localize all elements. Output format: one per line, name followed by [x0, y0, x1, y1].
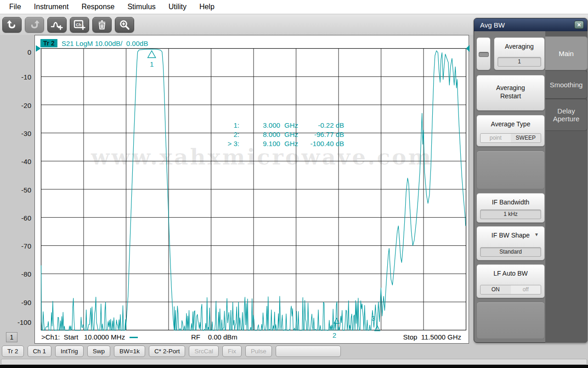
average-type-option-point[interactable]: point	[481, 134, 511, 142]
trace-header: Tr 2 S21 LogM 10.00dB/ 0.00dB	[40, 39, 148, 47]
delete-button[interactable]	[92, 17, 112, 33]
y-axis-tick-label: -80	[12, 270, 31, 278]
trash-icon	[96, 19, 107, 30]
plot-canvas: 123	[35, 35, 469, 344]
y-axis-tick-label: -40	[12, 158, 31, 165]
unused-softkey-2	[476, 302, 545, 339]
undo-button[interactable]	[2, 17, 22, 33]
dropdown-arrow-icon: ▼	[534, 232, 539, 237]
averaging-value[interactable]: 1	[498, 57, 541, 67]
status-button-empty[interactable]	[276, 345, 341, 357]
marker-1-readout: 1:3.000 GHz-0.22 dB	[212, 121, 344, 130]
panel-title: Avg BW	[480, 21, 505, 29]
marker-id: 1:	[212, 121, 239, 130]
add-channel-button[interactable]: Ch	[70, 17, 89, 33]
add-trace-button[interactable]	[47, 17, 67, 33]
avg-bw-softkey-panel: Avg BW ✕ Averaging 1 Averaging Restart A…	[474, 18, 588, 343]
lf-auto-bw-toggle[interactable]: ON off	[480, 285, 541, 294]
zoom-in-icon	[119, 19, 130, 30]
if-bandwidth-value[interactable]: 1 kHz	[480, 209, 541, 219]
menu-item-response[interactable]: Response	[75, 0, 121, 14]
menu-item-file[interactable]: File	[3, 0, 28, 14]
marker-2-readout: 2:8.000 GHz-96.77 dB	[212, 130, 344, 139]
y-axis-tick-label: -30	[12, 130, 31, 137]
averaging-button[interactable]: Averaging 1	[494, 37, 545, 70]
y-axis-tick-label: -20	[12, 102, 31, 109]
trace-color-indicator	[130, 337, 138, 338]
svg-text:Ch: Ch	[76, 22, 81, 27]
marker-id: 2:	[212, 130, 239, 139]
menu-item-help[interactable]: Help	[193, 0, 221, 14]
undo-icon	[6, 19, 18, 30]
y-axis-tick-label: -70	[12, 242, 31, 250]
marker-frequency: 8.000 GHz	[239, 130, 298, 139]
reference-level-arrow-right[interactable]	[466, 45, 470, 52]
menu-item-stimulus[interactable]: Stimulus	[121, 0, 162, 14]
if-bandwidth-button[interactable]: IF Bandwidth 1 kHz	[476, 193, 545, 223]
if-bw-shape-button[interactable]: IF BW Shape ▼ Standard	[476, 226, 545, 260]
averaging-label: Averaging	[494, 42, 544, 51]
y-axis-tick-label: -50	[12, 186, 31, 194]
marker-value: -0.22 dB	[298, 121, 344, 130]
status-button-ch-1[interactable]: Ch 1	[28, 345, 52, 357]
panel-title-bar: Avg BW	[474, 18, 587, 31]
marker-1-symbol[interactable]	[148, 51, 156, 58]
averaging-restart-button[interactable]: Averaging Restart	[476, 75, 545, 111]
marker-3-number: 3	[371, 314, 375, 322]
tab-main[interactable]: Main	[545, 36, 588, 70]
y-axis-tick-label: 0	[12, 48, 31, 56]
status-button-inttrig[interactable]: IntTrig	[55, 345, 84, 357]
y-axis-tick-label: -100	[12, 318, 31, 326]
unused-softkey-1	[476, 151, 545, 189]
lf-auto-bw-button[interactable]: LF Auto BW ON off	[476, 264, 545, 298]
menu-item-instrument[interactable]: Instrument	[28, 0, 75, 14]
tab-delay-aperture[interactable]: Delay Aperture	[545, 99, 588, 131]
lf-auto-bw-option-off[interactable]: off	[511, 285, 541, 294]
marker-frequency: 3.000 GHz	[239, 121, 298, 130]
averaging-restart-label: Averaging Restart	[477, 84, 544, 100]
rf-power-label: RF 0.00 dBm	[191, 333, 237, 341]
status-button-swp[interactable]: Swp	[87, 345, 110, 357]
y-axis-tick-label: -60	[12, 214, 31, 222]
redo-icon	[28, 19, 40, 30]
averaging-indicator-led	[479, 52, 489, 57]
lf-auto-bw-option-on[interactable]: ON	[481, 285, 511, 294]
if-bw-shape-value[interactable]: Standard	[480, 247, 541, 257]
marker-frequency: 9.100 GHz	[239, 139, 298, 148]
panel-close-button[interactable]: ✕	[574, 21, 584, 29]
add-channel-icon: Ch	[73, 19, 86, 31]
average-type-button[interactable]: Average Type point SWEEP	[476, 115, 545, 147]
average-type-label: Average Type	[477, 120, 544, 128]
average-type-toggle[interactable]: point SWEEP	[480, 133, 541, 143]
trace-badge[interactable]: Tr 2	[40, 39, 57, 47]
channel-number-badge: 1	[6, 332, 17, 342]
vna-application-window: FileInstrumentResponseStimulusUtilityHel…	[0, 0, 588, 368]
y-axis-tick-label: -10	[12, 73, 31, 81]
plot-footer: >Ch1: Start 10.0000 MHz RF 0.00 dBm Stop…	[35, 332, 469, 343]
measurement-display-panel: 123 Tr 2 S21 LogM 10.00dB/ 0.00dB 1:3.00…	[34, 35, 469, 344]
status-button-bw-1k[interactable]: BW=1k	[114, 345, 145, 357]
stimulus-stop-label: Stop 11.5000 GHz	[403, 333, 461, 341]
averaging-toggle-button[interactable]	[476, 37, 491, 70]
zoom-in-button[interactable]	[115, 17, 134, 33]
marker-value: -96.77 dB	[298, 130, 344, 139]
menu-item-utility[interactable]: Utility	[162, 0, 193, 14]
marker-readout-table: 1:3.000 GHz-0.22 dB2:8.000 GHz-96.77 dB>…	[212, 121, 344, 148]
lf-auto-bw-label: LF Auto BW	[477, 269, 544, 277]
status-button-fix[interactable]: Fix	[222, 345, 242, 357]
status-button-srccal[interactable]: SrcCal	[189, 345, 219, 357]
status-bar: Tr 2Ch 1IntTrigSwpBW=1kC* 2-PortSrcCalFi…	[0, 345, 588, 357]
marker-id: > 3:	[212, 139, 239, 148]
status-message-strip	[1, 359, 587, 365]
status-button-c-2-port[interactable]: C* 2-Port	[149, 345, 186, 357]
marker-1-number: 1	[150, 60, 153, 68]
status-button-tr-2[interactable]: Tr 2	[2, 345, 24, 357]
marker-3-readout: > 3:9.100 GHz-100.40 dB	[212, 139, 344, 148]
status-button-pulse[interactable]: Pulse	[245, 345, 272, 357]
trace-title: S21 LogM 10.00dB/ 0.00dB	[62, 40, 148, 47]
menu-bar: FileInstrumentResponseStimulusUtilityHel…	[0, 0, 588, 14]
marker-value: -100.40 dB	[298, 139, 344, 148]
redo-button[interactable]	[25, 17, 44, 33]
average-type-option-sweep[interactable]: SWEEP	[511, 134, 541, 142]
tab-smoothing[interactable]: Smoothing	[545, 70, 588, 99]
